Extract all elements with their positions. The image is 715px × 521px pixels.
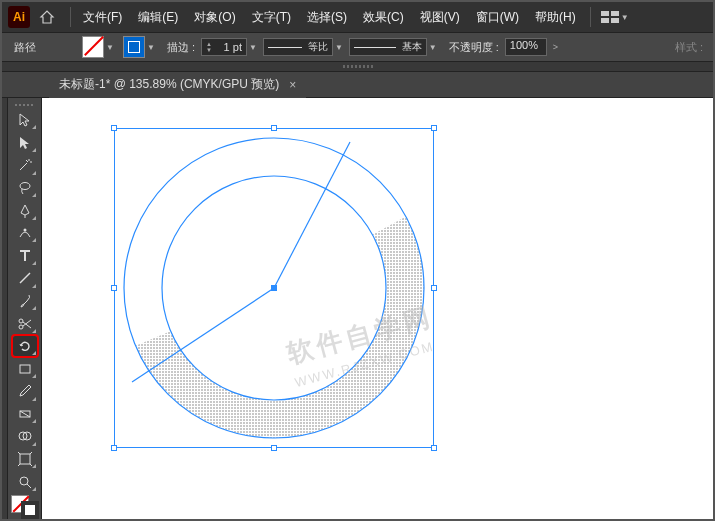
fill-swatch[interactable] (82, 36, 104, 58)
eyedropper-tool[interactable] (13, 381, 37, 402)
opacity-input[interactable]: 100% (505, 38, 547, 56)
svg-point-8 (19, 325, 23, 329)
gradient-tool[interactable] (13, 404, 37, 425)
profile-label: 等比 (308, 40, 328, 54)
chevron-down-icon: ▼ (621, 13, 629, 22)
menu-object[interactable]: 对象(O) (186, 2, 243, 32)
direct-selection-tool[interactable] (13, 132, 37, 153)
magic-wand-tool[interactable] (13, 155, 37, 176)
artboard-tool[interactable] (13, 449, 37, 470)
type-tool[interactable] (13, 245, 37, 266)
separator (70, 7, 71, 27)
resize-handle[interactable] (431, 125, 437, 131)
selection-tool[interactable] (13, 110, 37, 131)
separator (590, 7, 591, 27)
line-segment-tool[interactable] (13, 268, 37, 289)
svg-point-5 (23, 229, 26, 232)
resize-handle[interactable] (111, 285, 117, 291)
svg-rect-9 (20, 365, 30, 373)
toolbar-drag-handle[interactable] (8, 102, 41, 109)
menu-file[interactable]: 文件(F) (75, 2, 130, 32)
chevron-right-icon[interactable]: > (553, 42, 558, 52)
resize-handle[interactable] (111, 125, 117, 131)
spinner-icon[interactable]: ▲▼ (206, 41, 212, 53)
document-tab[interactable]: 未标题-1* @ 135.89% (CMYK/GPU 预览) × (49, 72, 306, 98)
center-point-icon (271, 285, 277, 291)
document-title: 未标题-1* @ 135.89% (CMYK/GPU 预览) (59, 76, 279, 93)
svg-point-7 (19, 319, 23, 323)
svg-point-14 (20, 477, 28, 485)
menu-effect[interactable]: 效果(C) (355, 2, 412, 32)
zoom-tool[interactable] (13, 471, 37, 492)
stroke-label: 描边 : (167, 40, 195, 55)
resize-handle[interactable] (271, 445, 277, 451)
chevron-down-icon[interactable]: ▼ (429, 43, 437, 52)
opacity-label: 不透明度 : (449, 40, 499, 55)
menu-bar: Ai 文件(F) 编辑(E) 对象(O) 文字(T) 选择(S) 效果(C) 视… (2, 2, 713, 32)
brush-definition[interactable]: 基本 (349, 38, 427, 56)
variable-width-profile[interactable]: 等比 (263, 38, 333, 56)
rotate-tool[interactable] (13, 336, 37, 357)
chevron-down-icon[interactable]: ▼ (106, 43, 114, 52)
brush-label: 基本 (402, 40, 422, 54)
svg-rect-1 (611, 11, 619, 16)
stroke-weight-value: 1 pt (224, 41, 242, 53)
menu-edit[interactable]: 编辑(E) (130, 2, 186, 32)
panel-drag-handle[interactable] (2, 62, 713, 72)
workspace-switcher-icon[interactable]: ▼ (601, 11, 635, 23)
home-icon[interactable] (36, 6, 58, 28)
svg-point-4 (20, 182, 30, 189)
svg-rect-0 (601, 11, 609, 16)
svg-rect-13 (20, 454, 30, 464)
control-bar: 路径 ▼ ▼ 描边 : ▲▼ 1 pt ▼ 等比 ▼ 基本 ▼ 不透明度 : 1… (2, 32, 713, 62)
lasso-tool[interactable] (13, 178, 37, 199)
app-logo: Ai (8, 6, 30, 28)
close-icon[interactable]: × (289, 78, 296, 92)
svg-line-6 (20, 273, 30, 283)
menu-select[interactable]: 选择(S) (299, 2, 355, 32)
chevron-down-icon[interactable]: ▼ (147, 43, 155, 52)
document-tab-bar: 未标题-1* @ 135.89% (CMYK/GPU 预览) × (2, 72, 713, 98)
menu-view[interactable]: 视图(V) (412, 2, 468, 32)
menu-help[interactable]: 帮助(H) (527, 2, 584, 32)
svg-rect-2 (601, 18, 609, 23)
menu-window[interactable]: 窗口(W) (468, 2, 527, 32)
selection-type-label: 路径 (14, 40, 36, 55)
fill-stroke-swatch[interactable] (11, 495, 39, 519)
canvas[interactable]: 软件自学网 WWW.RJZXW.COM (54, 98, 713, 519)
workspace: 软件自学网 WWW.RJZXW.COM (2, 98, 713, 519)
pen-tool[interactable] (13, 200, 37, 221)
rectangle-tool[interactable] (13, 358, 37, 379)
graphic-style-label[interactable]: 样式 : (671, 40, 707, 55)
resize-handle[interactable] (111, 445, 117, 451)
curvature-tool[interactable] (13, 223, 37, 244)
chevron-down-icon[interactable]: ▼ (249, 43, 257, 52)
chevron-down-icon[interactable]: ▼ (335, 43, 343, 52)
paintbrush-tool[interactable] (13, 291, 37, 312)
svg-rect-3 (611, 18, 619, 23)
svg-line-15 (27, 484, 31, 488)
selection-bounding-box[interactable] (114, 128, 434, 448)
menu-type[interactable]: 文字(T) (244, 2, 299, 32)
stroke-swatch[interactable] (123, 36, 145, 58)
tools-panel (8, 98, 42, 519)
shape-builder-tool[interactable] (13, 426, 37, 447)
default-stroke-icon[interactable] (21, 501, 39, 519)
resize-handle[interactable] (271, 125, 277, 131)
stroke-weight-input[interactable]: ▲▼ 1 pt (201, 38, 247, 56)
scissors-tool[interactable] (13, 313, 37, 334)
resize-handle[interactable] (431, 285, 437, 291)
resize-handle[interactable] (431, 445, 437, 451)
